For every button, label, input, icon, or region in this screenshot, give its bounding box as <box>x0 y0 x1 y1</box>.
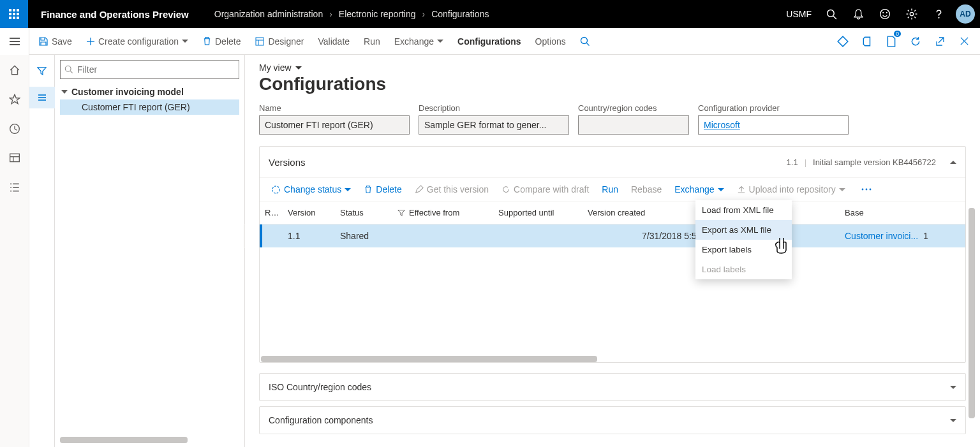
svg-rect-1 <box>13 9 15 11</box>
badge: 0 <box>894 31 901 37</box>
cell-status: Shared <box>335 231 392 241</box>
trash-icon <box>202 36 212 46</box>
col-version[interactable]: Version <box>283 208 335 217</box>
provider-field[interactable]: Microsoft <box>698 115 849 135</box>
settings-button[interactable] <box>898 0 925 28</box>
create-configuration-button[interactable]: Create configuration <box>81 34 193 49</box>
tree-item-parent[interactable]: Customer invoicing model <box>60 84 239 99</box>
chevron-down-icon <box>950 386 956 389</box>
dd-load-xml[interactable]: Load from XML file <box>695 200 792 220</box>
svg-point-51 <box>272 186 279 193</box>
avatar[interactable]: AD <box>956 4 975 24</box>
designer-icon <box>255 36 265 47</box>
recent-button[interactable] <box>0 120 29 138</box>
versions-fasttab: Versions 1.1 | Initial sample version KB… <box>259 146 966 363</box>
office-button[interactable] <box>856 31 878 52</box>
svg-point-11 <box>880 10 890 19</box>
name-field[interactable]: Customer FTI report (GER) <box>259 115 410 135</box>
components-fasttab[interactable]: Configuration components <box>259 406 966 434</box>
svg-point-52 <box>861 189 863 191</box>
document-button[interactable]: 0 <box>880 31 902 52</box>
pencil-icon <box>415 185 424 194</box>
svg-point-14 <box>910 12 913 15</box>
versions-header[interactable]: Versions 1.1 | Initial sample version KB… <box>260 147 965 177</box>
overflow-button[interactable] <box>856 186 877 193</box>
breadcrumb-item[interactable]: Configurations <box>431 9 489 19</box>
versions-grid: R... Version Status Effective from Suppo… <box>260 202 965 362</box>
version-exchange-button[interactable]: Exchange <box>669 182 729 196</box>
hamburger-icon[interactable] <box>9 37 20 46</box>
iso-fasttab[interactable]: ISO Country/region codes <box>259 373 966 401</box>
svg-rect-8 <box>17 17 19 19</box>
view-selector[interactable]: My view <box>259 62 966 73</box>
col-status[interactable]: Status <box>335 208 392 217</box>
favorites-button[interactable] <box>0 91 29 108</box>
workspaces-button[interactable] <box>0 149 29 167</box>
save-label: Save <box>52 36 72 47</box>
funnel-button[interactable] <box>29 61 55 80</box>
notifications-button[interactable] <box>845 0 872 28</box>
close-button[interactable] <box>953 31 975 52</box>
star-icon <box>9 94 20 105</box>
country-label: Country/region codes <box>578 103 689 113</box>
tree-h-scrollbar[interactable] <box>60 437 239 443</box>
chevron-right-icon: › <box>422 9 425 19</box>
version-run-button[interactable]: Run <box>597 182 623 196</box>
main-content: My view Configurations Name Customer FTI… <box>245 55 980 447</box>
exchange-button[interactable]: Exchange <box>389 34 449 49</box>
tree-item-child[interactable]: Customer FTI report (GER) <box>60 99 239 115</box>
home-button[interactable] <box>0 61 29 79</box>
table-row[interactable]: 1.1 Shared 7/31/2018 5:51:01 AM Customer… <box>260 224 965 247</box>
svg-rect-26 <box>256 38 264 45</box>
attachments-button[interactable] <box>832 31 854 52</box>
modules-button[interactable] <box>0 179 29 196</box>
cell-version: 1.1 <box>283 231 335 241</box>
desc-field[interactable]: Sample GER format to gener... <box>419 115 569 135</box>
main-v-scrollbar[interactable] <box>969 208 975 425</box>
run-button[interactable]: Run <box>359 34 385 49</box>
country-field[interactable] <box>578 115 689 135</box>
options-button[interactable]: Options <box>530 34 571 49</box>
delete-button[interactable]: Delete <box>197 34 246 49</box>
col-r[interactable]: R... <box>260 208 283 217</box>
validate-button[interactable]: Validate <box>313 34 355 49</box>
svg-rect-2 <box>17 9 19 11</box>
svg-rect-3 <box>9 13 11 15</box>
breadcrumb-item[interactable]: Organization administration <box>214 9 323 19</box>
question-icon <box>933 9 944 20</box>
search-button[interactable] <box>818 0 845 28</box>
name-label: Name <box>259 103 410 113</box>
svg-line-20 <box>914 17 916 18</box>
col-effective[interactable]: Effective from <box>392 208 493 217</box>
popout-button[interactable] <box>929 31 951 52</box>
save-button[interactable]: Save <box>33 34 77 49</box>
filter-input-container[interactable] <box>60 60 239 79</box>
find-button[interactable] <box>575 34 595 49</box>
versions-title: Versions <box>269 157 306 168</box>
compare-icon <box>501 185 510 194</box>
feedback-button[interactable] <box>872 0 898 28</box>
version-delete-button[interactable]: Delete <box>359 182 406 196</box>
designer-label: Designer <box>268 36 304 47</box>
grid-header-row: R... Version Status Effective from Suppo… <box>260 202 965 224</box>
designer-button[interactable]: Designer <box>249 34 309 49</box>
help-button[interactable] <box>925 0 952 28</box>
change-status-button[interactable]: Change status <box>266 182 356 196</box>
grid-h-scrollbar[interactable] <box>260 356 965 362</box>
breadcrumb-item[interactable]: Electronic reporting <box>339 9 416 19</box>
refresh-icon <box>910 36 921 47</box>
col-base[interactable]: Base <box>840 208 965 217</box>
filter-input[interactable] <box>77 64 235 75</box>
plus-icon <box>86 37 95 46</box>
global-header: Finance and Operations Preview Organizat… <box>0 0 980 28</box>
company-picker[interactable]: USMF <box>780 0 818 28</box>
col-supported[interactable]: Supported until <box>493 208 583 217</box>
bell-icon <box>853 9 864 20</box>
home-icon <box>9 64 20 76</box>
filter-column <box>29 55 55 447</box>
mouse-cursor-icon <box>775 237 789 254</box>
app-launcher-button[interactable] <box>0 0 28 28</box>
refresh-button[interactable] <box>905 31 926 52</box>
list-toggle-button[interactable] <box>29 87 55 108</box>
configurations-tab[interactable]: Configurations <box>452 34 526 49</box>
